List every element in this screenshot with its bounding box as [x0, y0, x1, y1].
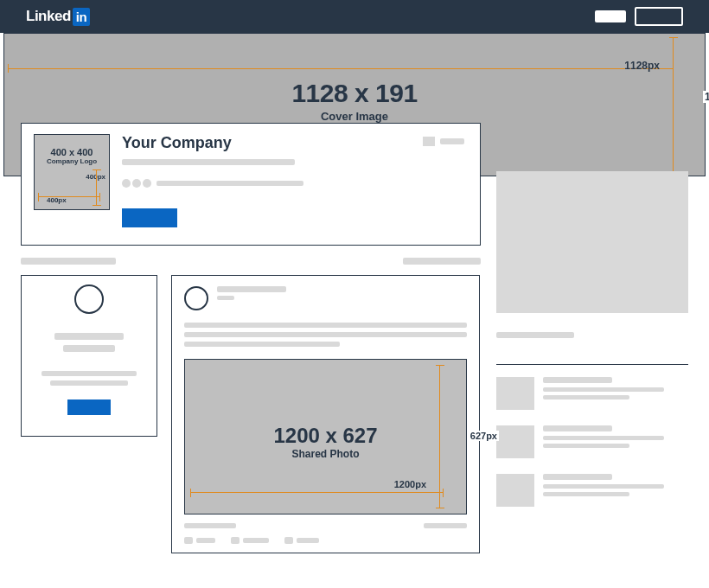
guide-tick	[93, 205, 101, 206]
logo-text: Linked	[26, 8, 71, 25]
avatar-icon	[74, 284, 104, 314]
tagline-placeholder	[122, 159, 295, 165]
about-card	[21, 275, 157, 437]
photo-height-label: 627px	[469, 431, 499, 441]
followers-text-placeholder	[156, 181, 303, 186]
cover-width-guide	[8, 68, 674, 69]
action-icon	[184, 537, 193, 544]
post-author-lines	[217, 286, 467, 300]
skel-line	[543, 425, 612, 431]
guide-tick	[93, 169, 101, 170]
logo-label: Company Logo	[35, 157, 109, 165]
nav-button-placeholder[interactable]	[635, 7, 683, 26]
suggestion-thumb	[496, 425, 534, 458]
skel-line	[543, 436, 664, 440]
nav-actions	[595, 7, 683, 26]
post-header	[184, 286, 467, 310]
company-name: Your Company	[122, 134, 468, 152]
avatar-dot	[122, 179, 131, 188]
shared-photo-placeholder: 1200 x 627 Shared Photo 627px 1200px	[184, 359, 467, 514]
follow-icon-placeholder	[423, 137, 435, 146]
post-avatar-icon	[184, 286, 208, 310]
action-icon	[231, 537, 240, 544]
guide-tick	[99, 193, 100, 201]
cover-width-label: 1128px	[624, 60, 660, 72]
post-action[interactable]	[284, 537, 319, 544]
company-logo-placeholder: 400 x 400 Company Logo 400px 400px	[34, 134, 110, 210]
linkedin-logo: Linked in	[26, 8, 90, 26]
logo-in-badge: in	[73, 8, 90, 26]
tab-placeholder[interactable]	[403, 258, 481, 265]
skel-line	[243, 538, 269, 543]
skel-line	[543, 474, 612, 480]
post-text-line	[184, 342, 340, 347]
post-action[interactable]	[231, 537, 269, 544]
skel-line	[184, 523, 236, 528]
logo-h-guide	[38, 196, 100, 197]
post-actions-row	[184, 537, 467, 544]
photo-width-label: 1200px	[394, 479, 426, 489]
skel-line	[543, 492, 629, 496]
skel-line	[543, 395, 629, 399]
right-heading-placeholder	[496, 332, 574, 338]
company-info: Your Company	[122, 134, 468, 234]
logo-v-guide	[96, 169, 97, 206]
main-content: 400 x 400 Company Logo 400px 400px Your …	[21, 123, 688, 553]
post-card: 1200 x 627 Shared Photo 627px 1200px	[171, 275, 480, 553]
follow-text-placeholder	[440, 138, 464, 144]
photo-dim-text: 1200 x 627	[185, 424, 466, 448]
side-action-button[interactable]	[67, 399, 111, 415]
suggestion-item[interactable]	[496, 377, 688, 410]
guide-tick	[669, 37, 678, 38]
post-action[interactable]	[184, 537, 215, 544]
guide-tick	[436, 508, 444, 508]
suggestion-item[interactable]	[496, 474, 688, 507]
suggestion-lines	[543, 377, 688, 410]
suggestion-item[interactable]	[496, 425, 688, 458]
cover-dimensions: 1128 x 191 Cover Image	[291, 79, 417, 123]
guide-tick	[436, 365, 444, 366]
photo-v-guide	[439, 365, 440, 508]
skel-line	[63, 345, 115, 352]
guide-tick	[38, 193, 39, 201]
post-reactions-row	[184, 523, 467, 528]
logo-width-label: 400px	[47, 196, 67, 204]
skel-line	[543, 444, 629, 448]
cover-label: Cover Image	[291, 110, 417, 123]
post-text-line	[184, 332, 467, 337]
nav-link-placeholder[interactable]	[595, 10, 626, 22]
post-text-line	[184, 323, 467, 328]
followers-row	[122, 179, 468, 188]
logo-dim-text: 400 x 400	[35, 147, 109, 157]
top-nav: Linked in	[0, 0, 709, 33]
guide-tick	[443, 489, 444, 497]
cover-dim-text: 1128 x 191	[291, 79, 417, 108]
company-header-card: 400 x 400 Company Logo 400px 400px Your …	[21, 123, 481, 246]
tab-row-placeholder	[21, 258, 481, 265]
skel-line	[543, 484, 664, 489]
skel-line	[50, 380, 128, 386]
cover-height-label: 191px	[703, 91, 709, 103]
action-icon	[284, 537, 293, 544]
tab-placeholder[interactable]	[21, 258, 116, 265]
skel-line	[42, 371, 137, 376]
suggestion-lines	[543, 425, 688, 458]
ad-placeholder	[496, 171, 688, 313]
skel-line	[424, 523, 467, 528]
suggestion-lines	[543, 474, 688, 507]
follow-button[interactable]	[122, 208, 177, 227]
right-separator	[496, 364, 688, 365]
suggestion-thumb	[496, 474, 534, 507]
skel-line	[543, 377, 612, 383]
skel-line	[217, 286, 286, 292]
guide-tick	[8, 64, 9, 73]
lower-row: 1200 x 627 Shared Photo 627px 1200px	[21, 275, 481, 553]
skel-line	[217, 296, 234, 300]
skel-line	[543, 387, 664, 392]
avatar-dot	[132, 179, 141, 188]
photo-label: Shared Photo	[185, 448, 466, 460]
suggestion-thumb	[496, 377, 534, 410]
skel-line	[297, 538, 319, 543]
right-column	[496, 123, 688, 553]
left-column: 400 x 400 Company Logo 400px 400px Your …	[21, 123, 481, 553]
